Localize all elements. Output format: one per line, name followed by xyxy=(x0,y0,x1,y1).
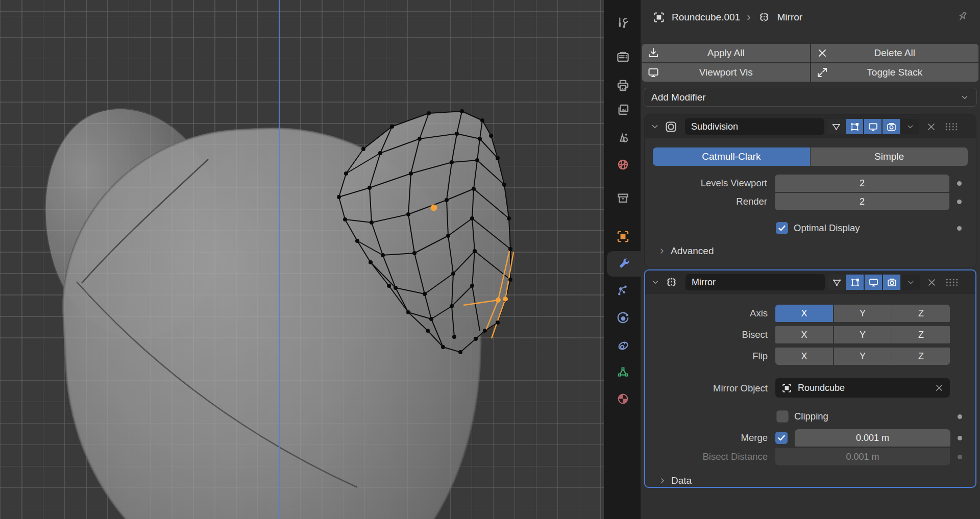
subdivision-panel-header[interactable]: Subdivision xyxy=(645,115,976,138)
merge-checkbox[interactable] xyxy=(775,432,788,444)
object-icon xyxy=(653,11,665,23)
data-subpanel[interactable]: Data xyxy=(645,472,975,489)
x-icon xyxy=(816,47,828,59)
monitor-icon xyxy=(647,66,659,79)
clipping-row: Clipping xyxy=(645,408,975,425)
decorator-dot[interactable] xyxy=(957,181,962,186)
decorator-dot[interactable] xyxy=(958,414,962,419)
tab-output-properties[interactable] xyxy=(604,72,641,98)
download-icon xyxy=(647,47,659,59)
axis-row: Axis X Y Z xyxy=(645,305,975,322)
collapse-chevron-icon[interactable] xyxy=(650,122,659,131)
axis-z-button[interactable]: Z xyxy=(892,305,950,322)
viewport-vis-button[interactable]: Viewport Vis xyxy=(642,63,810,82)
subdivision-modifier-panel: Subdivision Catmull-Clark Simple Levels … xyxy=(644,114,976,267)
z-axis-line xyxy=(279,0,280,519)
tab-particle-properties[interactable] xyxy=(604,278,641,304)
tab-physics-properties[interactable] xyxy=(604,305,641,331)
flip-x-button[interactable]: X xyxy=(775,348,833,365)
mirror-object-field[interactable]: Roundcube xyxy=(775,378,950,398)
blender-window: Roundcube.001 › Mirror Apply All Delete … xyxy=(0,0,980,519)
toggle-realtime[interactable] xyxy=(864,119,881,134)
toggle-edit-mode[interactable] xyxy=(846,275,864,290)
clear-object-icon[interactable] xyxy=(935,383,944,392)
toggle-realtime[interactable] xyxy=(865,275,882,290)
render-levels-row: Render 2 xyxy=(645,193,976,210)
toggle-on-cage[interactable] xyxy=(828,275,845,290)
tab-view-layer-properties[interactable] xyxy=(604,97,641,122)
pin-icon[interactable] xyxy=(955,10,969,23)
flip-z-button[interactable]: Z xyxy=(892,348,950,365)
delete-all-button[interactable]: Delete All xyxy=(811,44,979,62)
simple-button[interactable]: Simple xyxy=(811,147,968,166)
modifier-extras-menu[interactable] xyxy=(901,119,919,134)
tab-world-properties[interactable] xyxy=(604,152,641,177)
levels-viewport-field[interactable]: 2 xyxy=(775,175,949,192)
breadcrumb-separator: › xyxy=(747,12,750,23)
clipping-label: Clipping xyxy=(794,408,828,425)
mirror-object-label: Mirror Object xyxy=(645,378,768,399)
breadcrumb-modifier[interactable]: Mirror xyxy=(777,12,803,23)
bisect-distance-row: Bisect Distance 0.001 m xyxy=(645,448,975,465)
render-label: Render xyxy=(645,193,767,210)
toggle-edit-mode[interactable] xyxy=(846,119,863,134)
modifier-close-button[interactable] xyxy=(923,119,939,134)
bisect-z-button[interactable]: Z xyxy=(892,326,950,343)
chevron-right-icon xyxy=(658,247,666,255)
tab-material-properties[interactable] xyxy=(604,386,641,411)
mirror-panel-header[interactable]: Mirror xyxy=(645,270,975,294)
levels-viewport-label: Levels Viewport xyxy=(645,175,767,192)
axis-x-button[interactable]: X xyxy=(775,305,833,322)
tab-render-properties[interactable] xyxy=(604,44,641,69)
modifier-name-field[interactable]: Subdivision xyxy=(685,118,824,135)
optimal-display-checkbox[interactable] xyxy=(776,222,788,234)
toggle-render[interactable] xyxy=(883,275,900,290)
tab-tool[interactable] xyxy=(604,10,641,36)
drag-handle-icon[interactable] xyxy=(945,278,959,287)
tab-scene-properties[interactable] xyxy=(604,125,641,151)
add-modifier-dropdown[interactable]: Add Modifier xyxy=(644,88,977,107)
object-icon xyxy=(781,383,792,393)
flip-row: Flip X Y Z xyxy=(645,348,975,365)
toggle-on-cage[interactable] xyxy=(827,119,845,134)
tab-object-properties[interactable] xyxy=(604,224,641,249)
bisect-distance-field: 0.001 m xyxy=(775,448,950,465)
modifier-extras-menu[interactable] xyxy=(901,275,920,290)
modifier-close-button[interactable] xyxy=(924,275,939,290)
clipping-checkbox[interactable] xyxy=(776,410,789,423)
decorator-dot[interactable] xyxy=(958,436,962,440)
decorator-dot[interactable] xyxy=(958,455,962,459)
merge-label: Merge xyxy=(645,429,768,447)
bisect-label: Bisect xyxy=(645,326,768,343)
modifier-name-field[interactable]: Mirror xyxy=(685,274,825,290)
toggle-stack-button[interactable]: Toggle Stack xyxy=(811,63,979,82)
flip-y-button[interactable]: Y xyxy=(834,348,892,365)
tab-object-data-properties[interactable] xyxy=(604,359,641,384)
3d-viewport[interactable] xyxy=(0,0,604,519)
bisect-x-button[interactable]: X xyxy=(775,326,833,343)
axis-y-button[interactable]: Y xyxy=(834,305,892,322)
properties-tab-bar xyxy=(604,0,641,519)
collapse-chevron-icon[interactable] xyxy=(651,278,660,287)
mirror-modifier-icon xyxy=(665,276,678,289)
merge-threshold-field[interactable]: 0.001 m xyxy=(795,429,950,447)
tab-constraint-properties[interactable] xyxy=(604,332,641,358)
optimal-display-row: Optimal Display xyxy=(645,219,976,237)
breadcrumb-object[interactable]: Roundcube.001 xyxy=(672,12,740,23)
tab-modifier-properties[interactable] xyxy=(607,251,641,277)
catmull-clark-button[interactable]: Catmull-Clark xyxy=(653,147,810,166)
advanced-subpanel[interactable]: Advanced xyxy=(645,242,976,260)
bisect-row: Bisect X Y Z xyxy=(645,326,975,343)
display-toggles xyxy=(827,119,900,134)
drag-handle-icon[interactable] xyxy=(945,122,958,131)
decorator-dot[interactable] xyxy=(957,226,962,231)
mirror-object-value: Roundcube xyxy=(798,383,845,393)
apply-all-button[interactable]: Apply All xyxy=(642,44,810,62)
decorator-dot[interactable] xyxy=(957,200,962,204)
axis-label: Axis xyxy=(645,305,768,322)
toggle-render[interactable] xyxy=(883,119,900,134)
bisect-y-button[interactable]: Y xyxy=(834,326,892,343)
subdivision-modifier-icon xyxy=(664,120,678,134)
tab-collection-properties[interactable] xyxy=(604,185,641,211)
render-levels-field[interactable]: 2 xyxy=(775,193,949,210)
